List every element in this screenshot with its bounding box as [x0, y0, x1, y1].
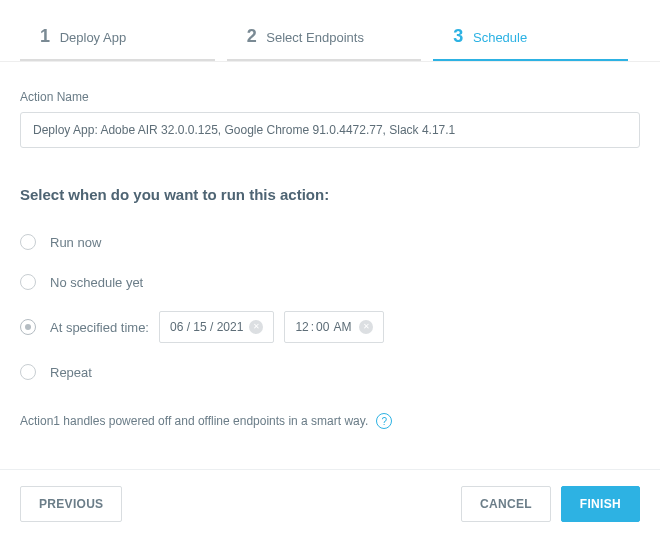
step-number: 2 — [247, 26, 257, 46]
action-name-label: Action Name — [20, 90, 640, 104]
step-schedule[interactable]: 3 Schedule — [433, 16, 628, 61]
note-text: Action1 handles powered off and offline … — [20, 414, 368, 428]
previous-button[interactable]: PREVIOUS — [20, 486, 122, 522]
date-value: 06 / 15 / 2021 — [170, 320, 243, 334]
radio-icon — [20, 319, 36, 335]
radio-icon — [20, 364, 36, 380]
radio-at-specified-time[interactable]: At specified time: 06 / 15 / 2021 12 : 0… — [20, 311, 640, 343]
finish-button[interactable]: FINISH — [561, 486, 640, 522]
radio-label: Run now — [50, 235, 101, 250]
offline-note: Action1 handles powered off and offline … — [20, 413, 640, 429]
cancel-button[interactable]: CANCEL — [461, 486, 551, 522]
help-icon[interactable]: ? — [376, 413, 392, 429]
radio-icon — [20, 234, 36, 250]
step-number: 1 — [40, 26, 50, 46]
wizard-steps: 1 Deploy App 2 Select Endpoints 3 Schedu… — [0, 0, 660, 62]
clear-time-icon[interactable] — [359, 320, 373, 334]
step-title: Schedule — [473, 30, 527, 45]
time-hours: 12 — [295, 320, 308, 334]
radio-icon — [20, 274, 36, 290]
time-ampm: AM — [333, 320, 351, 334]
radio-label: At specified time: — [50, 320, 149, 335]
time-separator: : — [311, 320, 314, 334]
step-deploy-app[interactable]: 1 Deploy App — [20, 16, 215, 61]
step-number: 3 — [453, 26, 463, 46]
step-title: Select Endpoints — [266, 30, 364, 45]
radio-run-now[interactable]: Run now — [20, 231, 640, 253]
clear-date-icon[interactable] — [249, 320, 263, 334]
radio-label: Repeat — [50, 365, 92, 380]
wizard-footer: PREVIOUS CANCEL FINISH — [0, 469, 660, 538]
schedule-radio-group: Run now No schedule yet At specified tim… — [20, 231, 640, 383]
schedule-heading: Select when do you want to run this acti… — [20, 186, 640, 203]
datetime-group: 06 / 15 / 2021 12 : 00 AM — [159, 311, 384, 343]
date-input[interactable]: 06 / 15 / 2021 — [159, 311, 274, 343]
action-name-input[interactable] — [20, 112, 640, 148]
radio-repeat[interactable]: Repeat — [20, 361, 640, 383]
time-input[interactable]: 12 : 00 AM — [284, 311, 384, 343]
step-select-endpoints[interactable]: 2 Select Endpoints — [227, 16, 422, 61]
radio-no-schedule[interactable]: No schedule yet — [20, 271, 640, 293]
step-title: Deploy App — [60, 30, 127, 45]
radio-label: No schedule yet — [50, 275, 143, 290]
time-minutes: 00 — [316, 320, 329, 334]
